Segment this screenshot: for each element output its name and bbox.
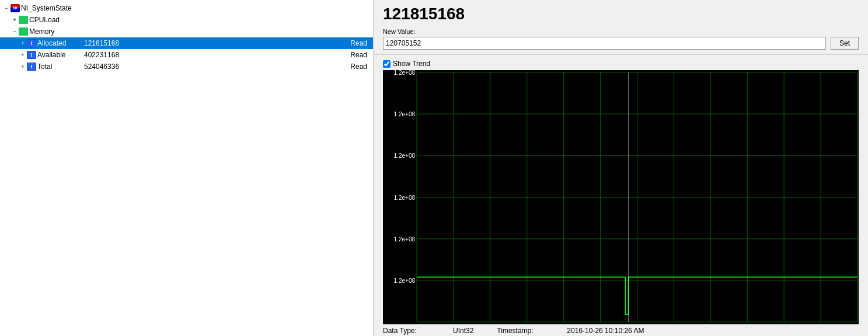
timestamp-pair: Timestamp: 2016-10-26 10:10:26 AM: [497, 327, 644, 335]
expander-total[interactable]: +: [19, 63, 27, 71]
allocated-icon: I: [27, 39, 36, 47]
total-icon: I: [27, 63, 36, 71]
memory-label: Memory: [29, 26, 82, 37]
allocated-label: Allocated: [37, 38, 84, 49]
show-trend-label[interactable]: Show Trend: [393, 60, 430, 68]
trend-chart: [383, 70, 859, 324]
ni-system-state-label: NI_SystemState: [21, 3, 74, 13]
total-value: 524046336: [84, 61, 350, 72]
expander-ni-system-state[interactable]: −: [2, 4, 11, 12]
cpu-load-icon: [19, 16, 28, 24]
timestamp-value: 2016-10-26 10:10:26 AM: [567, 327, 644, 335]
available-access: Read: [350, 50, 372, 60]
set-button[interactable]: Set: [831, 37, 859, 50]
tree-row-total[interactable]: + I Total 524046336 Read: [0, 61, 373, 72]
available-value: 402231168: [84, 50, 350, 60]
tree-row-cpu-load[interactable]: + CPULoad: [0, 14, 373, 26]
expander-cpu-load[interactable]: +: [11, 16, 19, 24]
data-type-pair: Data Type: UInt32: [383, 327, 473, 335]
tree-row-ni-system-state[interactable]: − NI NI_SystemState: [0, 2, 373, 14]
timestamp-label: Timestamp:: [497, 327, 567, 335]
right-panel: 121815168 New Value: Set Show Trend Data…: [374, 0, 868, 336]
chart-canvas: [383, 70, 859, 324]
chart-container: Show Trend Data Type: UInt32 Timestamp: …: [374, 55, 868, 336]
tree-row-memory[interactable]: − Memory: [0, 26, 373, 37]
data-type-value: UInt32: [453, 327, 473, 335]
new-value-input[interactable]: [383, 37, 826, 50]
expander-memory[interactable]: −: [11, 27, 19, 36]
cpu-load-label: CPULoad: [29, 15, 82, 25]
tree-panel: − NI NI_SystemState + CPULoad − Memory +…: [0, 0, 374, 336]
tree-row-available[interactable]: + I Available 402231168 Read: [0, 49, 373, 61]
current-value-display: 121815168: [383, 5, 859, 23]
expander-available[interactable]: +: [19, 51, 27, 59]
allocated-value: 121815168: [84, 38, 350, 49]
ni-system-state-icon: NI: [11, 4, 20, 12]
data-type-label: Data Type:: [383, 327, 453, 335]
memory-icon: [19, 27, 28, 36]
info-bar: Data Type: UInt32 Timestamp: 2016-10-26 …: [383, 324, 859, 336]
tree-row-allocated[interactable]: + I Allocated 121815168 Read: [0, 37, 373, 49]
new-value-section: New Value: Set: [383, 28, 859, 50]
expander-allocated[interactable]: +: [19, 39, 27, 47]
show-trend-checkbox[interactable]: [383, 60, 391, 68]
total-access: Read: [350, 61, 372, 72]
show-trend-row: Show Trend: [383, 60, 859, 68]
new-value-label: New Value:: [383, 28, 859, 35]
total-label: Total: [37, 61, 84, 72]
available-label: Available: [37, 50, 84, 60]
value-display: 121815168 New Value: Set: [374, 0, 868, 55]
available-icon: I: [27, 51, 36, 59]
allocated-access: Read: [350, 38, 372, 49]
